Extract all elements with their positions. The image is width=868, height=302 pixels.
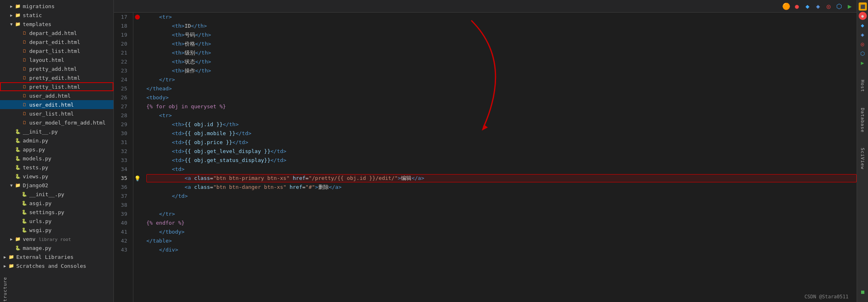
code-line-28: <tr>: [146, 111, 857, 120]
sidebar-item-urls-py[interactable]: 🐍 urls.py: [0, 217, 113, 225]
sidebar-item-manage-py[interactable]: 🐍 manage.py: [0, 243, 113, 252]
icon-3[interactable]: ◆: [803, 2, 812, 11]
py-icon: 🐍: [21, 200, 28, 206]
sidebar-item-static[interactable]: 📁 static: [0, 11, 113, 20]
py-icon: 🐍: [15, 245, 21, 251]
sidebar-item-label: depart_edit.html: [29, 39, 80, 45]
right-icon-2[interactable]: ●: [859, 12, 867, 20]
code-line-31: <td>{{ obj.price }}</td>: [146, 138, 857, 147]
scroll-indicator: [861, 291, 864, 294]
sidebar-item-views-py[interactable]: 🐍 views.py: [0, 172, 113, 181]
sidebar-item-apps-py[interactable]: 🐍 apps.py: [0, 145, 113, 154]
arrow-icon: [8, 4, 15, 9]
csdn-watermark: CSDN @Stara0511: [801, 293, 852, 300]
sidebar-item-admin-py[interactable]: 🐍 admin.py: [0, 136, 113, 145]
code-line-32: <td>{{ obj.get_level_display }}</td>: [146, 147, 857, 156]
code-line-23: <th>操作</th>: [146, 66, 857, 75]
icon-1[interactable]: 🟠: [782, 2, 791, 11]
sidebar-item-pretty-list[interactable]: 🗋 pretty_list.html: [0, 82, 113, 91]
icon-4[interactable]: ◈: [814, 2, 822, 11]
line-num-21: 21: [114, 48, 130, 57]
right-icon-7[interactable]: ▶: [859, 59, 867, 67]
right-icon-3[interactable]: ◆: [859, 21, 867, 29]
folder-icon: 📁: [8, 263, 15, 269]
line-num-25: 25: [114, 84, 130, 93]
right-icon-5[interactable]: ◎: [859, 40, 867, 48]
icon-2[interactable]: ●: [792, 2, 801, 11]
py-icon: 🐍: [15, 146, 21, 153]
gutter: 💡: [133, 13, 143, 302]
folder-icon: 📁: [15, 21, 21, 27]
sidebar-item-layout[interactable]: 🗋 layout.html: [0, 55, 113, 64]
line-num-43: 43: [114, 245, 130, 254]
code-line-27: {% for obj in queryset %}: [146, 102, 857, 111]
py-icon: 🐍: [15, 155, 21, 162]
top-icons-bar: 🟠 ● ◆ ◈ ◎ ⬡ ▶: [114, 0, 857, 13]
sidebar-item-depart-list[interactable]: 🗋 depart_list.html: [0, 46, 113, 55]
line-num-23: 23: [114, 66, 130, 75]
tab-host[interactable]: Host: [860, 80, 865, 92]
icon-7[interactable]: ▶: [845, 2, 854, 11]
sidebar-item-d2-init-py[interactable]: 🐍 __init__.py: [0, 190, 113, 199]
code-line-22: <th>状态</th>: [146, 57, 857, 66]
structure-tab[interactable]: Structure: [1, 274, 9, 302]
icon-6[interactable]: ⬡: [835, 2, 844, 11]
line-num-19: 19: [114, 31, 130, 39]
code-editor[interactable]: 17 18 19 20 21 22 23 24 25 26 27 28 29 3…: [114, 13, 857, 302]
sidebar-item-depart-edit[interactable]: 🗋 depart_edit.html: [0, 37, 113, 46]
code-line-41: </tbody>: [146, 228, 857, 236]
code-line-30: <td>{{ obj.mobile }}</td>: [146, 129, 857, 138]
folder-icon: 📁: [15, 12, 21, 18]
arrow-icon: [8, 13, 15, 18]
line-num-18: 18: [114, 22, 130, 31]
sidebar-item-init-py[interactable]: 🐍 __init__.py: [0, 127, 113, 136]
sidebar-item-label: pretty_edit.html: [29, 75, 80, 81]
sidebar-item-user-model-form-add[interactable]: 🗋 user_model_form_add.html: [0, 118, 113, 127]
editor-area: 🟠 ● ◆ ◈ ◎ ⬡ ▶ 17 18 19 20 21 22 23 24 25…: [114, 0, 857, 302]
line-num-22: 22: [114, 57, 130, 66]
sidebar-item-label: venv library root: [23, 236, 71, 242]
tab-sciview[interactable]: SciView: [860, 148, 865, 169]
sidebar-item-migrations[interactable]: 📁 migrations: [0, 2, 113, 11]
sidebar-item-user-add[interactable]: 🗋 user_add.html: [0, 91, 113, 100]
py-icon: 🐍: [21, 227, 28, 233]
sidebar-item-label: apps.py: [23, 147, 45, 153]
sidebar-item-templates[interactable]: 📁 templates: [0, 20, 113, 28]
tab-database[interactable]: Database: [860, 108, 865, 133]
code-line-24: </tr>: [146, 75, 857, 84]
html-icon: 🗋: [21, 30, 28, 36]
sidebar-item-scratches[interactable]: 📁 Scratches and Consoles: [0, 261, 113, 270]
sidebar-item-label: wsgi.py: [29, 227, 52, 233]
html-icon: 🗋: [21, 101, 28, 108]
sidebar-item-wsgi-py[interactable]: 🐍 wsgi.py: [0, 225, 113, 234]
sidebar-item-label: views.py: [23, 173, 48, 179]
sidebar-item-django02[interactable]: 📁 Django02: [0, 181, 113, 190]
icon-5[interactable]: ◎: [824, 2, 833, 11]
code-line-37: </td>: [146, 192, 857, 201]
html-icon: 🗋: [21, 57, 28, 63]
sidebar-item-label: asgi.py: [29, 200, 52, 206]
line-num-42: 42: [114, 236, 130, 245]
sidebar-item-pretty-add[interactable]: 🗋 pretty_add.html: [0, 64, 113, 73]
html-icon: 🗋: [21, 119, 28, 126]
html-icon: 🗋: [21, 110, 28, 117]
sidebar-item-pretty-edit[interactable]: 🗋 pretty_edit.html: [0, 73, 113, 82]
sidebar-item-venv[interactable]: 📁 venv library root: [0, 234, 113, 243]
sidebar-item-tests-py[interactable]: 🐍 tests.py: [0, 163, 113, 172]
sidebar-item-asgi-py[interactable]: 🐍 asgi.py: [0, 199, 113, 208]
code-content[interactable]: <tr> <th>ID</th> <th>号码</th> <th>价格</th>: [143, 13, 857, 302]
file-tree: 📁 migrations 📁 static 📁 templates 🗋 depa…: [0, 0, 113, 272]
sidebar-item-label: __init__.py: [23, 129, 58, 135]
sidebar-item-external-libs[interactable]: 📁 External Libraries: [0, 252, 113, 261]
sidebar-item-models-py[interactable]: 🐍 models.py: [0, 154, 113, 163]
right-icon-4[interactable]: ◈: [859, 31, 867, 39]
sidebar-item-user-edit[interactable]: 🗋 user_edit.html: [0, 100, 113, 109]
sidebar-item-user-list[interactable]: 🗋 user_list.html: [0, 109, 113, 118]
sidebar-item-settings-py[interactable]: 🐍 settings.py: [0, 208, 113, 217]
sidebar-item-label: urls.py: [29, 218, 52, 224]
sidebar-item-label: static: [23, 12, 42, 18]
right-icon-6[interactable]: ⬡: [859, 49, 867, 57]
right-icon-1[interactable]: ⬛: [859, 2, 867, 11]
line-num-30: 30: [114, 129, 130, 138]
sidebar-item-depart-add[interactable]: 🗋 depart_add.html: [0, 28, 113, 37]
